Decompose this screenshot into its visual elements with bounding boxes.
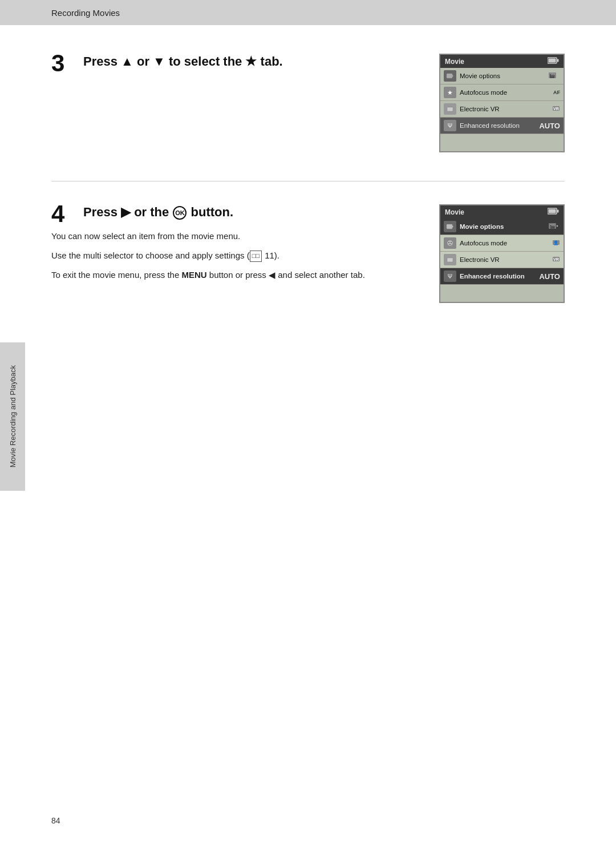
step4-lcd-screen: Movie Movie options 🎬 bbox=[439, 204, 565, 303]
step3-evr-icon bbox=[444, 103, 456, 115]
step4-desc1: You can now select an item from the movi… bbox=[51, 229, 416, 243]
svg-rect-7 bbox=[447, 107, 453, 111]
step4-body: You can now select an item from the movi… bbox=[51, 229, 416, 282]
step3-evr-value: VR bbox=[552, 105, 560, 113]
step4-autofocus-label: Autofocus mode bbox=[460, 240, 552, 247]
sidebar-label-container: Movie Recording and Playback bbox=[0, 342, 25, 491]
step3-star-icon: ★ bbox=[444, 87, 456, 98]
step3-heading-text: Press or to select the ★ tab. bbox=[83, 54, 283, 68]
step4-row-enhanced: Ψ Enhanced resolution AUTO bbox=[440, 268, 564, 285]
step4-movie-options-label: Movie options bbox=[460, 223, 549, 230]
down-arrow-icon bbox=[153, 54, 165, 68]
step4-evr-label: Electronic VR bbox=[460, 256, 552, 263]
step4-heading-text: Press or the OK button. bbox=[83, 205, 233, 219]
top-bar: Recording Movies bbox=[0, 0, 616, 25]
step3-movie-options-value: 🎬 bbox=[549, 72, 560, 80]
step3-movie-options-label: Movie options bbox=[460, 72, 549, 79]
step4-number: 4 bbox=[51, 204, 64, 226]
step3-section: 3 Press or to select the ★ tab. Movie bbox=[51, 54, 565, 152]
step4-star-icon bbox=[444, 237, 456, 249]
page-number: 84 bbox=[51, 816, 60, 825]
svg-text:🎬: 🎬 bbox=[549, 72, 555, 78]
step3-heading-content: Press or to select the ★ tab. bbox=[83, 54, 416, 70]
section-divider bbox=[51, 181, 565, 181]
step3-lcd-battery bbox=[548, 57, 559, 66]
step4-movie-icon bbox=[444, 221, 456, 232]
step4-lcd-battery bbox=[548, 208, 559, 216]
step4-lcd-title: Movie bbox=[445, 208, 464, 216]
main-content: 3 Press or to select the ★ tab. Movie bbox=[0, 25, 616, 360]
svg-rect-14 bbox=[549, 209, 556, 213]
step3-psi-icon: Ψ bbox=[444, 120, 456, 131]
step4-enhanced-value: AUTO bbox=[539, 272, 560, 281]
step4-enhanced-label: Enhanced resolution bbox=[460, 273, 539, 280]
step3-row-autofocus: ★ Autofocus mode AF bbox=[440, 84, 564, 101]
step4-desc3: To exit the movie menu, press the MENU b… bbox=[51, 268, 416, 282]
up-arrow-icon bbox=[121, 54, 133, 68]
step4-row-autofocus: Autofocus mode 👤 bbox=[440, 235, 564, 252]
step3-autofocus-value: AF bbox=[553, 90, 560, 95]
menu-label: MENU bbox=[181, 270, 206, 280]
svg-rect-13 bbox=[557, 210, 559, 213]
step3-row-enhanced: Ψ Enhanced resolution AUTO bbox=[440, 118, 564, 134]
sidebar-label-text: Movie Recording and Playback bbox=[9, 365, 17, 467]
step4-heading: 4 Press or the OK button. bbox=[51, 204, 416, 226]
step4-lcd-titlebar: Movie bbox=[440, 205, 564, 219]
step4-autofocus-value: 👤 bbox=[552, 239, 560, 247]
svg-text:VR: VR bbox=[553, 107, 559, 111]
step4-lcd-bottom bbox=[440, 285, 564, 302]
svg-rect-1 bbox=[557, 59, 559, 62]
book-icon: □□ bbox=[250, 251, 262, 262]
step4-desc2: Use the multi selector to choose and app… bbox=[51, 249, 416, 263]
svg-marker-16 bbox=[452, 225, 453, 228]
step4-evr-value: VR bbox=[552, 256, 560, 264]
step3-number: 3 bbox=[51, 54, 64, 75]
step3-row-movie-options: Movie options 🎬 bbox=[440, 68, 564, 84]
svg-rect-2 bbox=[549, 59, 556, 63]
step4-row-evr: Electronic VR VR bbox=[440, 252, 564, 268]
step4-heading-content: Press or the OK button. bbox=[83, 204, 416, 221]
svg-rect-15 bbox=[447, 224, 452, 229]
left-arrow-icon2 bbox=[269, 270, 275, 280]
step3-lcd-titlebar: Movie bbox=[440, 55, 564, 68]
step3-row-evr: Electronic VR VR bbox=[440, 101, 564, 118]
step4-row-movie-options: Movie options 🎬 bbox=[440, 219, 564, 235]
step4-evr-icon bbox=[444, 254, 456, 265]
step4-left: 4 Press or the OK button. You can now se… bbox=[51, 204, 416, 288]
svg-text:🎬: 🎬 bbox=[550, 224, 556, 229]
step4-movie-options-value: 🎬 bbox=[549, 223, 560, 231]
step3-heading: 3 Press or to select the ★ tab. bbox=[51, 54, 416, 75]
step3-lcd-title: Movie bbox=[445, 58, 464, 66]
svg-marker-4 bbox=[452, 75, 453, 77]
svg-rect-25 bbox=[447, 258, 453, 262]
svg-rect-3 bbox=[447, 74, 452, 78]
step3-lcd-screen: Movie Movie options 🎬 bbox=[439, 54, 565, 152]
step3-lcd-bottom bbox=[440, 134, 564, 151]
step3-enhanced-value: AUTO bbox=[539, 122, 560, 130]
top-bar-title: Recording Movies bbox=[51, 8, 120, 18]
svg-marker-19 bbox=[556, 225, 558, 227]
step3-enhanced-label: Enhanced resolution bbox=[460, 122, 539, 129]
svg-text:👤: 👤 bbox=[553, 240, 559, 245]
svg-point-21 bbox=[448, 242, 449, 243]
step4-psi-icon: Ψ bbox=[444, 270, 456, 282]
svg-point-22 bbox=[451, 242, 452, 243]
right-arrow-icon bbox=[121, 205, 131, 219]
step3-evr-label: Electronic VR bbox=[460, 106, 552, 112]
svg-text:VR: VR bbox=[553, 257, 559, 261]
step3-left: 3 Press or to select the ★ tab. bbox=[51, 54, 416, 75]
step3-autofocus-label: Autofocus mode bbox=[460, 89, 553, 96]
step3-movie-icon bbox=[444, 70, 456, 82]
step4-section: 4 Press or the OK button. You can now se… bbox=[51, 204, 565, 303]
svg-point-20 bbox=[447, 240, 453, 246]
ok-button-icon: OK bbox=[173, 206, 187, 220]
